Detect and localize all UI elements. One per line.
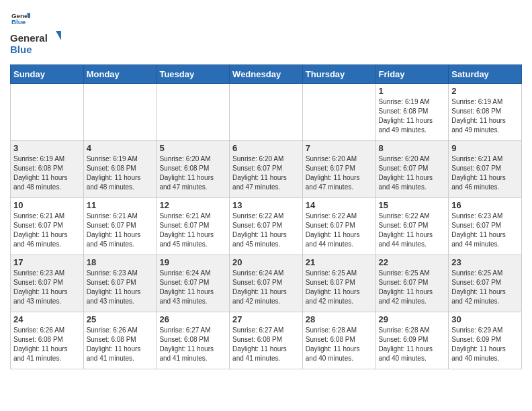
weekday-header-saturday: Saturday [449, 65, 522, 84]
svg-text:Blue: Blue [10, 44, 32, 55]
calendar-cell: 21Sunrise: 6:25 AM Sunset: 6:07 PM Dayli… [302, 255, 375, 312]
day-info: Sunrise: 6:24 AM Sunset: 6:07 PM Dayligh… [232, 269, 300, 306]
day-number: 28 [306, 314, 373, 324]
day-number: 24 [13, 314, 81, 324]
day-number: 23 [451, 257, 519, 267]
calendar-cell [157, 84, 230, 141]
day-number: 2 [451, 86, 519, 96]
day-number: 9 [451, 143, 519, 153]
calendar-cell: 5Sunrise: 6:20 AM Sunset: 6:08 PM Daylig… [157, 141, 230, 198]
day-info: Sunrise: 6:23 AM Sunset: 6:07 PM Dayligh… [87, 269, 154, 306]
calendar-cell [83, 84, 157, 141]
day-info: Sunrise: 6:19 AM Sunset: 6:08 PM Dayligh… [379, 97, 446, 135]
day-number: 27 [232, 314, 300, 324]
calendar-cell: 29Sunrise: 6:28 AM Sunset: 6:09 PM Dayli… [375, 312, 449, 369]
day-info: Sunrise: 6:21 AM Sunset: 6:07 PM Dayligh… [451, 154, 519, 192]
day-info: Sunrise: 6:25 AM Sunset: 6:07 PM Dayligh… [306, 269, 373, 306]
calendar-cell: 20Sunrise: 6:24 AM Sunset: 6:07 PM Dayli… [230, 255, 303, 312]
day-number: 7 [306, 143, 373, 153]
day-number: 6 [232, 143, 300, 153]
day-number: 11 [87, 200, 154, 210]
day-info: Sunrise: 6:20 AM Sunset: 6:07 PM Dayligh… [306, 154, 373, 192]
day-number: 13 [232, 200, 300, 210]
day-number: 15 [379, 200, 446, 210]
calendar-cell: 14Sunrise: 6:22 AM Sunset: 6:07 PM Dayli… [302, 198, 375, 255]
page: General Blue General Blue [0, 0, 532, 379]
calendar-cell: 16Sunrise: 6:23 AM Sunset: 6:07 PM Dayli… [449, 198, 522, 255]
calendar-cell: 13Sunrise: 6:22 AM Sunset: 6:07 PM Dayli… [230, 198, 303, 255]
day-info: Sunrise: 6:22 AM Sunset: 6:07 PM Dayligh… [232, 212, 300, 249]
day-info: Sunrise: 6:27 AM Sunset: 6:08 PM Dayligh… [159, 326, 226, 363]
calendar-week-2: 3Sunrise: 6:19 AM Sunset: 6:08 PM Daylig… [11, 141, 522, 198]
calendar-week-3: 10Sunrise: 6:21 AM Sunset: 6:07 PM Dayli… [11, 198, 522, 255]
calendar-cell: 7Sunrise: 6:20 AM Sunset: 6:07 PM Daylig… [302, 141, 375, 198]
svg-marker-5 [56, 31, 61, 40]
day-number: 12 [159, 200, 226, 210]
day-number: 18 [87, 257, 154, 267]
weekday-header-monday: Monday [83, 65, 157, 84]
weekday-header-tuesday: Tuesday [157, 65, 230, 84]
day-info: Sunrise: 6:23 AM Sunset: 6:07 PM Dayligh… [13, 269, 81, 306]
calendar-cell: 15Sunrise: 6:22 AM Sunset: 6:07 PM Dayli… [375, 198, 449, 255]
calendar-cell: 12Sunrise: 6:21 AM Sunset: 6:07 PM Dayli… [157, 198, 230, 255]
calendar-cell: 26Sunrise: 6:27 AM Sunset: 6:08 PM Dayli… [157, 312, 230, 369]
calendar-cell: 2Sunrise: 6:19 AM Sunset: 6:08 PM Daylig… [449, 84, 522, 141]
calendar-cell: 4Sunrise: 6:19 AM Sunset: 6:08 PM Daylig… [83, 141, 157, 198]
day-info: Sunrise: 6:25 AM Sunset: 6:07 PM Dayligh… [451, 269, 519, 306]
calendar-cell: 3Sunrise: 6:19 AM Sunset: 6:08 PM Daylig… [11, 141, 84, 198]
day-number: 1 [379, 86, 446, 96]
day-info: Sunrise: 6:19 AM Sunset: 6:08 PM Dayligh… [87, 154, 154, 192]
day-info: Sunrise: 6:22 AM Sunset: 6:07 PM Dayligh… [379, 212, 446, 249]
calendar-cell: 19Sunrise: 6:24 AM Sunset: 6:07 PM Dayli… [157, 255, 230, 312]
day-info: Sunrise: 6:28 AM Sunset: 6:09 PM Dayligh… [379, 326, 446, 363]
calendar-cell: 18Sunrise: 6:23 AM Sunset: 6:07 PM Dayli… [83, 255, 157, 312]
day-info: Sunrise: 6:20 AM Sunset: 6:07 PM Dayligh… [379, 154, 446, 192]
logo-area: General Blue General Blue [10, 7, 64, 59]
day-number: 10 [13, 200, 81, 210]
day-number: 20 [232, 257, 300, 267]
calendar-cell: 1Sunrise: 6:19 AM Sunset: 6:08 PM Daylig… [375, 84, 449, 141]
day-number: 25 [87, 314, 154, 324]
calendar-cell: 24Sunrise: 6:26 AM Sunset: 6:08 PM Dayli… [11, 312, 84, 369]
day-info: Sunrise: 6:28 AM Sunset: 6:08 PM Dayligh… [306, 326, 373, 363]
calendar-cell [230, 84, 303, 141]
day-info: Sunrise: 6:19 AM Sunset: 6:08 PM Dayligh… [451, 97, 519, 135]
day-number: 16 [451, 200, 519, 210]
day-info: Sunrise: 6:20 AM Sunset: 6:07 PM Dayligh… [232, 154, 300, 192]
svg-text:General: General [10, 32, 48, 44]
day-number: 22 [379, 257, 446, 267]
calendar-cell: 10Sunrise: 6:21 AM Sunset: 6:07 PM Dayli… [11, 198, 84, 255]
day-info: Sunrise: 6:19 AM Sunset: 6:08 PM Dayligh… [13, 154, 81, 192]
day-info: Sunrise: 6:24 AM Sunset: 6:07 PM Dayligh… [159, 269, 226, 306]
day-number: 5 [159, 143, 226, 153]
logo-icon: General Blue [11, 9, 30, 28]
day-number: 29 [379, 314, 446, 324]
calendar-cell: 28Sunrise: 6:28 AM Sunset: 6:08 PM Dayli… [302, 312, 375, 369]
weekday-header-thursday: Thursday [302, 65, 375, 84]
calendar-cell: 6Sunrise: 6:20 AM Sunset: 6:07 PM Daylig… [230, 141, 303, 198]
calendar-table: SundayMondayTuesdayWednesdayThursdayFrid… [10, 64, 522, 369]
logo: General Blue General Blue [10, 9, 64, 59]
calendar-cell: 30Sunrise: 6:29 AM Sunset: 6:09 PM Dayli… [449, 312, 522, 369]
day-number: 4 [87, 143, 154, 153]
svg-text:Blue: Blue [11, 18, 26, 26]
calendar-week-5: 24Sunrise: 6:26 AM Sunset: 6:08 PM Dayli… [11, 312, 522, 369]
day-number: 30 [451, 314, 519, 324]
calendar-week-1: 1Sunrise: 6:19 AM Sunset: 6:08 PM Daylig… [11, 84, 522, 141]
day-info: Sunrise: 6:21 AM Sunset: 6:07 PM Dayligh… [87, 212, 154, 249]
calendar-cell: 11Sunrise: 6:21 AM Sunset: 6:07 PM Dayli… [83, 198, 157, 255]
day-info: Sunrise: 6:22 AM Sunset: 6:07 PM Dayligh… [306, 212, 373, 249]
day-number: 21 [306, 257, 373, 267]
day-info: Sunrise: 6:26 AM Sunset: 6:08 PM Dayligh… [87, 326, 154, 363]
day-info: Sunrise: 6:20 AM Sunset: 6:08 PM Dayligh… [159, 154, 226, 192]
calendar-cell: 9Sunrise: 6:21 AM Sunset: 6:07 PM Daylig… [449, 141, 522, 198]
calendar-week-4: 17Sunrise: 6:23 AM Sunset: 6:07 PM Dayli… [11, 255, 522, 312]
day-info: Sunrise: 6:27 AM Sunset: 6:08 PM Dayligh… [232, 326, 300, 363]
day-info: Sunrise: 6:21 AM Sunset: 6:07 PM Dayligh… [13, 212, 81, 249]
weekday-header-row: SundayMondayTuesdayWednesdayThursdayFrid… [11, 65, 522, 84]
header: General Blue General Blue [10, 7, 522, 59]
day-info: Sunrise: 6:26 AM Sunset: 6:08 PM Dayligh… [13, 326, 81, 363]
logo-text: General Blue [10, 31, 64, 59]
day-number: 17 [13, 257, 81, 267]
weekday-header-wednesday: Wednesday [230, 65, 303, 84]
